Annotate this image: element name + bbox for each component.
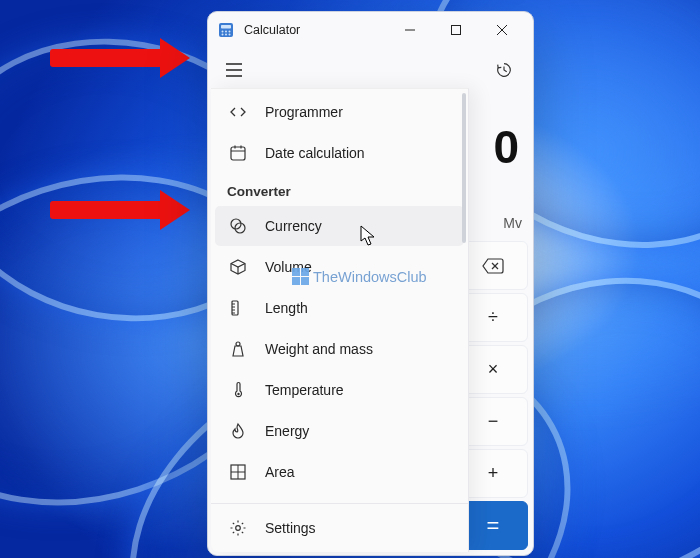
nav-label: Area (265, 464, 295, 480)
nav-label: Currency (265, 218, 322, 234)
grid-icon (229, 463, 247, 481)
navigation-panel: Programmer Date calculation Converter Cu… (211, 88, 469, 552)
svg-point-35 (236, 526, 241, 531)
ruler-icon (229, 299, 247, 317)
watermark-text: TheWindowsClub (313, 269, 427, 285)
svg-point-3 (225, 31, 227, 33)
nav-label: Weight and mass (265, 341, 373, 357)
window-title: Calculator (244, 23, 300, 37)
cube-icon (229, 258, 247, 276)
toolbar (208, 48, 533, 92)
nav-label: Settings (265, 520, 316, 536)
svg-point-21 (231, 219, 241, 229)
nav-label: Temperature (265, 382, 344, 398)
svg-point-31 (237, 393, 239, 395)
flame-icon (229, 422, 247, 440)
svg-rect-1 (221, 25, 231, 29)
titlebar: Calculator (208, 12, 533, 48)
nav-item-programmer[interactable]: Programmer (215, 92, 464, 132)
svg-point-2 (222, 31, 224, 33)
programmer-icon (229, 103, 247, 121)
gear-icon (229, 519, 247, 537)
nav-label: Programmer (265, 104, 343, 120)
svg-point-22 (235, 223, 245, 233)
currency-icon (229, 217, 247, 235)
maximize-button[interactable] (433, 15, 479, 45)
svg-point-7 (229, 34, 231, 36)
nav-label: Length (265, 300, 308, 316)
nav-item-area[interactable]: Area (215, 452, 464, 492)
nav-item-weight-mass[interactable]: Weight and mass (215, 329, 464, 369)
nav-label: Energy (265, 423, 309, 439)
svg-point-30 (236, 342, 240, 346)
nav-item-length[interactable]: Length (215, 288, 464, 328)
watermark: TheWindowsClub (292, 268, 427, 285)
svg-point-6 (225, 34, 227, 36)
svg-rect-17 (231, 147, 245, 160)
svg-point-5 (222, 34, 224, 36)
mouse-cursor (360, 225, 378, 247)
annotation-arrow-2 (50, 190, 190, 230)
nav-menu-button[interactable] (214, 50, 254, 90)
calculator-app-icon (218, 22, 234, 38)
nav-item-temperature[interactable]: Temperature (215, 370, 464, 410)
history-button[interactable] (485, 51, 523, 89)
nav-item-settings[interactable]: Settings (215, 508, 464, 548)
minimize-button[interactable] (387, 15, 433, 45)
calendar-icon (229, 144, 247, 162)
nav-section-header-converter: Converter (211, 174, 468, 205)
weight-icon (229, 340, 247, 358)
svg-marker-36 (361, 226, 374, 245)
close-button[interactable] (479, 15, 525, 45)
nav-scrollbar[interactable] (462, 93, 466, 243)
calculator-display: 0 (493, 120, 519, 174)
nav-label: Date calculation (265, 145, 365, 161)
nav-item-currency[interactable]: Currency (215, 206, 464, 246)
svg-point-4 (229, 31, 231, 33)
nav-item-date-calculation[interactable]: Date calculation (215, 133, 464, 173)
svg-rect-9 (452, 26, 461, 35)
nav-item-energy[interactable]: Energy (215, 411, 464, 451)
thermometer-icon (229, 381, 247, 399)
annotation-arrow-1 (50, 38, 190, 78)
